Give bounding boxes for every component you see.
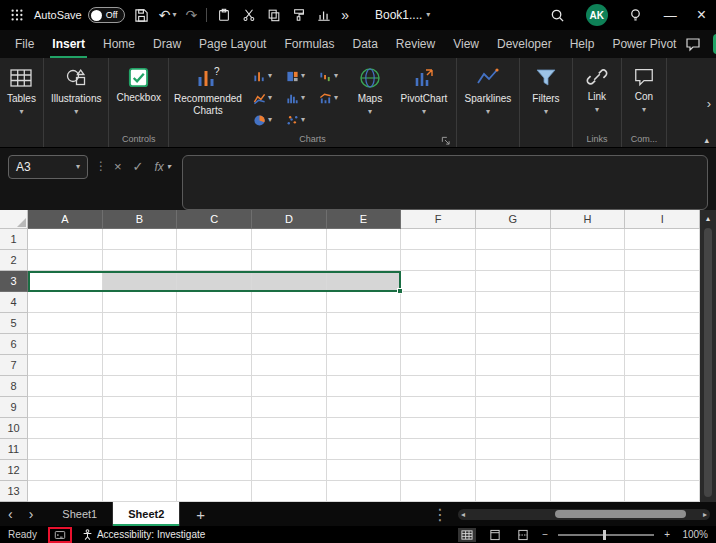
insert-function-button[interactable]: fx ▾ [155,160,171,174]
cell-I11[interactable] [625,439,700,460]
cell-D2[interactable] [252,250,327,271]
formula-input[interactable] [182,155,708,210]
zoom-level[interactable]: 100% [680,529,708,540]
zoom-slider-thumb[interactable] [603,530,606,540]
cell-G11[interactable] [476,439,551,460]
cell-A13[interactable] [28,481,103,502]
cell-I10[interactable] [625,418,700,439]
row-header-11[interactable]: 11 [0,439,28,460]
macro-record-button[interactable] [54,529,66,541]
cell-E7[interactable] [327,355,402,376]
column-header-D[interactable]: D [252,210,327,229]
cell-E10[interactable] [327,418,402,439]
scissors-icon[interactable] [241,7,257,23]
zoom-slider[interactable] [558,534,654,536]
clipboard-icon[interactable] [216,7,232,23]
cell-E8[interactable] [327,376,402,397]
cell-C5[interactable] [177,313,252,334]
save-icon[interactable] [134,7,150,23]
cell-D10[interactable] [252,418,327,439]
cell-E3[interactable] [327,271,402,292]
maps-button[interactable]: Maps ▾ [347,62,393,116]
cell-H13[interactable] [551,481,626,502]
cell-G5[interactable] [476,313,551,334]
row-header-1[interactable]: 1 [0,229,28,250]
horizontal-scrollbar-thumb[interactable] [555,510,686,518]
recommended-charts-button[interactable]: ? Recommended Charts [172,62,244,116]
cell-B8[interactable] [103,376,178,397]
row-header-9[interactable]: 9 [0,397,28,418]
scroll-right-icon[interactable]: ▸ [703,510,707,519]
cell-F13[interactable] [401,481,476,502]
cell-A8[interactable] [28,376,103,397]
cell-D11[interactable] [252,439,327,460]
cell-E12[interactable] [327,460,402,481]
cell-I2[interactable] [625,250,700,271]
workbook-title[interactable]: Book1.... [375,8,422,22]
column-header-A[interactable]: A [28,210,103,229]
close-button[interactable]: × [697,7,706,23]
cell-I3[interactable] [625,271,700,292]
tab-review[interactable]: Review [387,30,444,58]
sparklines-button[interactable]: Sparklines ▾ [460,62,516,116]
cell-B6[interactable] [103,334,178,355]
cell-I13[interactable] [625,481,700,502]
checkbox-button[interactable]: Checkbox [112,62,164,104]
cell-C7[interactable] [177,355,252,376]
cell-I9[interactable] [625,397,700,418]
undo-chevron-icon[interactable]: ▾ [172,11,176,19]
cell-C11[interactable] [177,439,252,460]
tab-formulas[interactable]: Formulas [275,30,343,58]
cell-H3[interactable] [551,271,626,292]
select-all-button[interactable] [0,210,28,229]
tab-insert[interactable]: Insert [43,30,94,58]
cell-B7[interactable] [103,355,178,376]
cell-B9[interactable] [103,397,178,418]
cell-E5[interactable] [327,313,402,334]
cell-E6[interactable] [327,334,402,355]
scroll-up-icon[interactable]: ▴ [706,214,710,223]
cell-C1[interactable] [177,229,252,250]
format-painter-icon[interactable] [291,7,307,23]
cell-D7[interactable] [252,355,327,376]
column-header-B[interactable]: B [103,210,178,229]
cell-I7[interactable] [625,355,700,376]
tab-file[interactable]: File [6,30,43,58]
cell-B11[interactable] [103,439,178,460]
ribbon-collapse-icon[interactable]: ▴ [704,135,709,145]
cell-H2[interactable] [551,250,626,271]
cell-G6[interactable] [476,334,551,355]
cell-C13[interactable] [177,481,252,502]
waterfall-chart-button[interactable]: ▾ [312,65,345,87]
cell-G7[interactable] [476,355,551,376]
cell-G13[interactable] [476,481,551,502]
cell-B12[interactable] [103,460,178,481]
cell-F3[interactable] [401,271,476,292]
row-header-12[interactable]: 12 [0,460,28,481]
sheetbar-more-icon[interactable]: ⋮ [432,505,448,524]
cell-G9[interactable] [476,397,551,418]
cell-A11[interactable] [28,439,103,460]
cell-H11[interactable] [551,439,626,460]
comments-icon[interactable] [685,36,701,52]
cell-D6[interactable] [252,334,327,355]
tab-draw[interactable]: Draw [144,30,190,58]
pivotchart-button[interactable]: PivotChart ▾ [395,62,453,116]
cell-H7[interactable] [551,355,626,376]
add-sheet-button[interactable]: + [180,506,221,523]
column-header-F[interactable]: F [401,210,476,229]
cell-F8[interactable] [401,376,476,397]
cell-C2[interactable] [177,250,252,271]
row-header-5[interactable]: 5 [0,313,28,334]
cell-F2[interactable] [401,250,476,271]
cell-F6[interactable] [401,334,476,355]
cell-G12[interactable] [476,460,551,481]
cell-A6[interactable] [28,334,103,355]
page-layout-view-button[interactable] [486,528,504,542]
cell-B10[interactable] [103,418,178,439]
accessibility-status[interactable]: Accessibility: Investigate [82,529,205,540]
sheet-nav-right-icon[interactable]: › [21,506,42,522]
hierarchy-chart-button[interactable]: ▾ [279,65,312,87]
row-header-6[interactable]: 6 [0,334,28,355]
cell-G4[interactable] [476,292,551,313]
